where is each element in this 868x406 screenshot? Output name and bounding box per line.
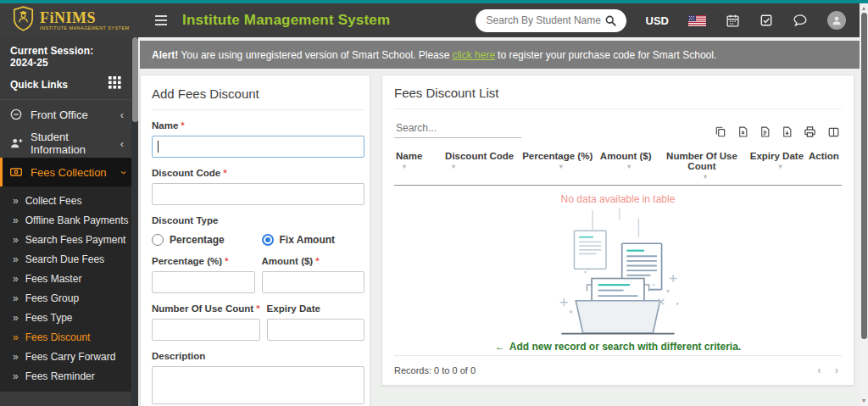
header: FiNIMS INSTITUTE MANAGEMENT SYSTEM Insti… xyxy=(0,3,868,37)
fees-collection-submenu: »Collect Fees »Offline Bank Payments »Se… xyxy=(0,186,131,392)
column-header-percentage[interactable]: Percentage (%)▾ xyxy=(520,147,596,186)
session-block: Current Session: 2024-25 Quick Links xyxy=(0,37,131,100)
quick-links-label: Quick Links xyxy=(10,79,68,91)
alert-click-here-link[interactable]: click here xyxy=(452,49,495,61)
radio-checked-icon xyxy=(262,234,274,246)
submenu-arrow-icon: » xyxy=(13,312,19,324)
radio-unchecked-icon xyxy=(152,234,164,246)
search-icon[interactable] xyxy=(604,14,626,27)
tasks-icon[interactable] xyxy=(760,14,773,27)
amount-label: Amount ($)* xyxy=(262,256,365,266)
main-content: Alert! You are using unregistered versio… xyxy=(138,37,860,406)
alert-text-before: You are using unregistered version of Sm… xyxy=(181,49,449,61)
discount-code-field[interactable] xyxy=(152,183,364,205)
list-search-input[interactable] xyxy=(394,119,521,138)
expiry-date-label: Expiry Date xyxy=(267,303,364,314)
column-header-action: Action xyxy=(806,147,842,186)
form-title: Add Fees Discount xyxy=(152,86,364,110)
sidebar-item-offline-bank-payments[interactable]: »Offline Bank Payments xyxy=(0,210,131,230)
name-field[interactable] xyxy=(152,136,364,158)
list-title: Fees Discount List xyxy=(394,86,842,109)
sidebar-item-fees-type[interactable]: »Fees Type xyxy=(0,308,131,327)
page-scrollbar[interactable]: ▲ ▼ xyxy=(860,3,868,406)
student-search xyxy=(476,9,626,32)
currency-label[interactable]: USD xyxy=(646,14,669,27)
sidebar-item-fees-master[interactable]: »Fees Master xyxy=(0,269,131,288)
sidebar-item-search-fees-payment[interactable]: »Search Fees Payment xyxy=(0,230,131,249)
sort-arrow-icon: ▾ xyxy=(598,161,654,174)
export-toolbar xyxy=(715,125,842,138)
name-label: Name* xyxy=(152,120,364,131)
column-header-name[interactable]: Name▾ xyxy=(394,147,443,186)
excel-export-icon[interactable] xyxy=(737,125,748,138)
sidebar-item-fees-carry-forward[interactable]: »Fees Carry Forward xyxy=(0,347,131,366)
sidebar-item-student-information[interactable]: Student Information ‹ xyxy=(0,129,131,158)
language-flag-icon[interactable] xyxy=(688,15,706,26)
app-logo: FiNIMS INSTITUTE MANAGEMENT SYSTEM xyxy=(0,3,138,37)
quick-links-grid-icon[interactable] xyxy=(108,76,121,92)
fees-collection-icon xyxy=(9,165,31,179)
list-footer: Records: 0 to 0 of 0 ‹ › xyxy=(394,355,842,376)
required-mark: * xyxy=(181,120,184,131)
menu-toggle-icon[interactable] xyxy=(148,9,174,31)
copy-icon[interactable] xyxy=(715,125,726,138)
chat-icon[interactable] xyxy=(793,14,808,27)
discount-type-label: Discount Type xyxy=(152,215,364,225)
student-search-input[interactable] xyxy=(476,14,604,26)
sidebar-scrollbar-thumb[interactable] xyxy=(132,37,138,122)
scroll-up-icon[interactable]: ▲ xyxy=(860,4,868,13)
sidebar-item-fees-group[interactable]: »Fees Group xyxy=(0,288,131,308)
discount-code-label: Discount Code* xyxy=(152,168,364,178)
sidebar-item-income[interactable]: $ Income ‹ xyxy=(0,397,131,406)
sidebar-scrollbar[interactable] xyxy=(131,37,138,406)
page-scrollbar-thumb[interactable] xyxy=(861,13,867,339)
sidebar-item-search-due-fees[interactable]: »Search Due Fees xyxy=(0,249,131,269)
sidebar-item-fees-discount[interactable]: »Fees Discount xyxy=(0,327,131,347)
use-count-label: Number Of Use Count* xyxy=(152,303,260,314)
fix-amount-radio[interactable]: Fix Amount xyxy=(262,234,365,246)
sort-arrow-icon: ▾ xyxy=(658,171,746,184)
sort-arrow-icon: ▾ xyxy=(749,161,804,174)
calendar-icon[interactable] xyxy=(726,14,740,28)
user-avatar[interactable] xyxy=(827,11,846,30)
sidebar-item-fees-collection[interactable]: Fees Collection ‹ xyxy=(0,158,131,186)
column-header-amount[interactable]: Amount ($)▾ xyxy=(596,147,656,186)
use-count-field[interactable] xyxy=(152,319,260,341)
empty-table-message: No data available in table xyxy=(394,186,842,207)
sidebar-item-front-office[interactable]: Front Office ‹ xyxy=(0,100,131,129)
alert-bold: Alert! xyxy=(152,49,178,61)
empty-hint: ←Add new record or search with different… xyxy=(394,341,842,353)
column-header-discount-code[interactable]: Discount Code▾ xyxy=(443,147,520,186)
sidebar-item-fees-reminder[interactable]: »Fees Reminder xyxy=(0,366,131,386)
description-field[interactable] xyxy=(152,366,364,404)
pdf-export-icon[interactable] xyxy=(782,125,793,138)
current-session-label: Current Session: 2024-25 xyxy=(10,45,121,69)
csv-export-icon[interactable] xyxy=(760,125,771,138)
expiry-date-field[interactable] xyxy=(267,319,364,341)
sidebar-item-collect-fees[interactable]: »Collect Fees xyxy=(0,191,131,210)
column-header-use-count[interactable]: Number Of Use Count▾ xyxy=(656,147,748,186)
scroll-down-icon[interactable]: ▼ xyxy=(860,397,868,405)
app-window: FiNIMS INSTITUTE MANAGEMENT SYSTEM Insti… xyxy=(0,0,868,406)
percentage-radio[interactable]: Percentage xyxy=(152,234,255,246)
pagination-next-icon[interactable]: › xyxy=(835,364,838,376)
column-header-expiry-date[interactable]: Expiry Date▾ xyxy=(748,147,806,186)
text-caret xyxy=(158,141,159,153)
amount-field[interactable] xyxy=(262,271,365,293)
pagination-prev-icon[interactable]: ‹ xyxy=(817,364,821,376)
submenu-arrow-icon: » xyxy=(13,273,19,285)
column-visibility-icon[interactable] xyxy=(827,126,840,138)
submenu-arrow-icon: » xyxy=(13,292,19,304)
required-mark: * xyxy=(256,303,259,314)
percentage-field[interactable] xyxy=(152,271,255,293)
sort-arrow-icon: ▾ xyxy=(445,161,518,174)
print-icon[interactable] xyxy=(804,125,816,138)
submenu-arrow-icon: » xyxy=(13,253,19,265)
required-mark: * xyxy=(225,256,228,266)
submenu-arrow-icon: » xyxy=(13,214,19,226)
student-information-icon xyxy=(9,136,31,150)
empty-state-illustration xyxy=(394,209,842,336)
required-mark: * xyxy=(223,168,226,178)
header-actions: USD xyxy=(476,9,868,32)
submenu-arrow-icon: » xyxy=(13,331,19,343)
